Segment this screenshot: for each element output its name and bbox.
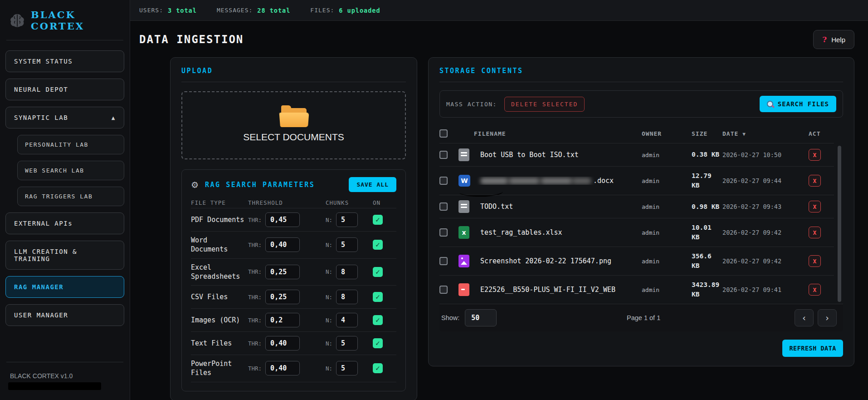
row-checkbox[interactable] <box>439 151 448 159</box>
delete-selected-button[interactable]: DELETE SELECTED <box>504 97 585 112</box>
chunks-input[interactable] <box>336 237 358 252</box>
next-page-button[interactable]: › <box>818 309 837 326</box>
sidebar-item-synaptic-lab[interactable]: SYNAPTIC LAB ▲ <box>5 107 124 128</box>
file-date: 2026-02-27 10:50 <box>722 151 809 158</box>
sidebar-item-personality-lab[interactable]: PERSONALITY LAB <box>17 135 124 154</box>
sidebar-item-web-search-lab[interactable]: WEB SEARCH LAB <box>17 161 124 180</box>
file-date: 2026-02-27 09:44 <box>722 177 809 184</box>
table-row: TODO.txt admin 0.98 KB 2026-02-27 09:43 … <box>439 195 834 218</box>
threshold-input[interactable] <box>265 361 300 375</box>
refresh-row: REFRESH DATA <box>439 340 843 357</box>
checkbox-checked-icon: ✓ <box>375 268 380 276</box>
owner: admin <box>642 178 692 184</box>
delete-file-button[interactable]: X <box>809 201 821 212</box>
filename-suffix[interactable]: .docx <box>593 177 614 185</box>
sidebar-item-label: PERSONALITY LAB <box>25 141 88 148</box>
brand-logo: BLACK CORTEX <box>0 0 130 39</box>
col-date[interactable]: DATE ▼ <box>722 130 809 137</box>
vertical-scrollbar[interactable] <box>838 146 841 302</box>
brain-icon <box>9 13 25 28</box>
n-label: N: <box>326 217 332 223</box>
owner: admin <box>642 229 692 236</box>
select-all-checkbox[interactable] <box>439 129 448 138</box>
enabled-checkbox[interactable]: ✓ <box>373 240 383 250</box>
thr-label: THR: <box>248 365 262 372</box>
threshold-input[interactable] <box>265 237 300 252</box>
delete-file-button[interactable]: X <box>809 255 821 267</box>
chunks-input[interactable] <box>336 336 358 351</box>
sidebar-item-neural-depot[interactable]: NEURAL DEPOT <box>5 79 124 100</box>
row-checkbox[interactable] <box>439 202 448 211</box>
delete-file-button[interactable]: X <box>809 175 821 187</box>
refresh-data-button[interactable]: REFRESH DATA <box>782 340 843 357</box>
sidebar-item-user-manager[interactable]: USER MANAGER <box>5 304 124 326</box>
storage-panel: STORAGE CONTENTS MASS ACTION: DELETE SEL… <box>428 57 854 366</box>
filename[interactable]: E22526__B550-PLUS_WI-FI_II_V2_WEB <box>480 286 615 294</box>
row-checkbox[interactable] <box>439 257 448 265</box>
col-chunks: CHUNKS <box>326 199 369 206</box>
param-row-excel: Excel Spreadsheets THR: N: ✓ <box>191 258 396 286</box>
pagination-bar: Show: Page 1 of 1 ‹ › <box>439 304 843 331</box>
page-title: DATA INGESTION <box>139 33 244 46</box>
search-icon <box>767 101 774 108</box>
rag-parameters-box: ⚙ RAG SEARCH PARAMETERS SAVE ALL FILE TY… <box>181 169 406 391</box>
sidebar-item-llm-creation[interactable]: LLM CREATION & TRAINING <box>5 241 124 270</box>
help-label: Help <box>831 36 845 44</box>
file-type-label: Word Documents <box>191 236 244 254</box>
chunks-input[interactable] <box>336 212 358 227</box>
prev-page-button[interactable]: ‹ <box>795 309 814 326</box>
enabled-checkbox[interactable]: ✓ <box>373 267 383 277</box>
col-owner: OWNER <box>642 130 692 137</box>
word-file-icon <box>458 175 470 187</box>
sidebar-item-rag-manager[interactable]: RAG MANAGER <box>5 276 124 298</box>
threshold-input[interactable] <box>265 313 300 327</box>
collapse-arrow-icon[interactable]: ▲ <box>112 115 116 120</box>
row-checkbox[interactable] <box>439 228 448 237</box>
sidebar-item-rag-triggers-lab[interactable]: RAG TRIGGERS LAB <box>17 187 124 206</box>
help-button[interactable]: ? Help <box>813 30 854 49</box>
rag-parameters-title: RAG SEARCH PARAMETERS <box>205 181 342 189</box>
chunks-input[interactable] <box>336 313 358 327</box>
file-size: 0.98 KB <box>692 202 722 212</box>
redacted-filename-blur <box>480 178 591 184</box>
chunks-input[interactable] <box>336 361 358 375</box>
filename[interactable]: Boot USB to Boot ISO.txt <box>480 151 579 159</box>
enabled-checkbox[interactable]: ✓ <box>373 215 383 225</box>
threshold-input[interactable] <box>265 212 300 227</box>
file-size: 10.01 KB <box>692 223 722 242</box>
delete-file-button[interactable]: X <box>809 149 821 161</box>
threshold-input[interactable] <box>265 265 300 279</box>
enabled-checkbox[interactable]: ✓ <box>373 315 383 325</box>
enabled-checkbox[interactable]: ✓ <box>373 363 383 373</box>
app-version: BLACK CORTEX v1.0 <box>6 372 123 380</box>
threshold-input[interactable] <box>265 336 300 351</box>
page-indicator: Page 1 of 1 <box>497 314 790 321</box>
thr-label: THR: <box>248 217 262 223</box>
n-label: N: <box>326 294 332 301</box>
page-size-input[interactable] <box>465 309 497 326</box>
row-checkbox[interactable] <box>439 286 448 294</box>
storage-panel-title: STORAGE CONTENTS <box>439 67 843 75</box>
threshold-input[interactable] <box>265 290 300 304</box>
row-checkbox[interactable] <box>439 177 448 185</box>
divider <box>6 362 123 362</box>
chunks-input[interactable] <box>336 265 358 279</box>
enabled-checkbox[interactable]: ✓ <box>373 338 383 348</box>
chunks-input[interactable] <box>336 290 358 304</box>
filename[interactable]: test_rag_tables.xlsx <box>480 228 562 237</box>
save-all-button[interactable]: SAVE ALL <box>349 177 396 192</box>
file-date: 2026-02-27 09:43 <box>722 203 809 210</box>
filename[interactable]: TODO.txt <box>480 202 513 211</box>
n-label: N: <box>326 242 332 248</box>
search-files-button[interactable]: SEARCH FILES <box>760 96 836 112</box>
sidebar-item-system-status[interactable]: SYSTEM STATUS <box>5 50 124 72</box>
delete-file-button[interactable]: X <box>809 227 821 238</box>
delete-file-button[interactable]: X <box>809 284 821 296</box>
file-size: 356.6 KB <box>692 252 722 271</box>
file-dropzone[interactable]: SELECT DOCUMENTS <box>181 91 406 159</box>
enabled-checkbox[interactable]: ✓ <box>373 292 383 302</box>
table-row: Screenshot 2026-02-22 175647.png admin 3… <box>439 247 834 275</box>
filename[interactable]: Screenshot 2026-02-22 175647.png <box>480 257 611 265</box>
col-file-type: FILE TYPE <box>191 199 244 206</box>
sidebar-item-external-apis[interactable]: EXTERNAL APIs <box>5 212 124 234</box>
